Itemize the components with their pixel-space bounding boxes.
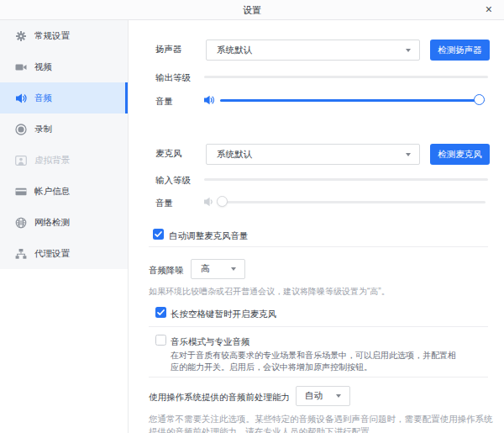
- sidebar-item-label: 视频: [34, 61, 52, 73]
- speaker-volume-fill: [220, 99, 479, 102]
- os-audio-processing-label: 使用操作系统提供的音频前处理能力: [149, 392, 290, 404]
- microphone-device-select[interactable]: 系统默认: [206, 144, 420, 165]
- sidebar-item-video[interactable]: 视频: [0, 51, 128, 82]
- sidebar-item-label: 音频: [34, 92, 52, 104]
- input-level-meter: [204, 178, 488, 181]
- section-divider: [149, 246, 488, 247]
- virtual-background-icon: [15, 155, 27, 166]
- noise-reduction-hint: 如果环境比较嘈杂或召开普通会议，建议将降噪等级设置为“高”。: [149, 286, 390, 298]
- sidebar-item-network-test[interactable]: 网络检测: [0, 207, 128, 238]
- video-camera-icon: [15, 61, 27, 73]
- settings-dialog: 设置 × 常规设置 视频 音频 录制: [0, 0, 504, 433]
- sidebar-item-audio[interactable]: 音频: [0, 82, 128, 114]
- input-level-label: 输入等级: [155, 175, 191, 187]
- microphone-volume-handle[interactable]: [217, 196, 228, 207]
- noise-reduction-select[interactable]: 高: [191, 259, 245, 279]
- microphone-volume-slider[interactable]: [220, 201, 486, 203]
- auto-adjust-mic-label: 自动调整麦克风音量: [169, 230, 249, 242]
- sidebar-divider: [128, 20, 129, 433]
- sidebar-item-virtual-background[interactable]: 虚拟背景: [0, 145, 128, 176]
- microphone-device-value: 系统默认: [207, 149, 252, 161]
- dialog-title: 设置: [0, 0, 504, 20]
- os-audio-processing-value: 自动: [297, 390, 323, 402]
- test-speaker-button[interactable]: 检测扬声器: [430, 40, 490, 61]
- speaker-device-select[interactable]: 系统默认: [206, 40, 420, 61]
- volume-muted-icon: [203, 196, 216, 208]
- microphone-label: 麦克风: [155, 148, 182, 160]
- volume-on-icon: [203, 94, 216, 106]
- speaker-label: 扬声器: [155, 44, 182, 55]
- proxy-tree-icon: [15, 248, 27, 260]
- output-level-meter: [204, 76, 488, 78]
- noise-reduction-value: 高: [192, 263, 210, 275]
- record-icon: [15, 124, 27, 135]
- sidebar-item-label: 录制: [34, 124, 52, 135]
- sidebar-item-proxy[interactable]: 代理设置: [0, 238, 128, 269]
- chevron-down-icon: [336, 394, 341, 398]
- sidebar-item-label: 常规设置: [34, 30, 70, 42]
- speaker-volume-handle[interactable]: [474, 94, 485, 105]
- section-divider: [149, 326, 488, 327]
- music-mode-description: 在对于音质有较高要求的专业场景和音乐场景中，可以启用此选项，并配置相应的能力开关…: [171, 350, 456, 372]
- account-card-icon: [15, 186, 27, 198]
- sidebar-item-label: 虚拟背景: [34, 155, 70, 166]
- music-mode-label: 音乐模式与专业音频: [171, 336, 250, 348]
- push-to-talk-label: 长按空格键暂时开启麦克风: [171, 309, 276, 320]
- chevron-down-icon: [231, 267, 236, 271]
- close-icon[interactable]: ×: [483, 0, 495, 20]
- auto-adjust-mic-checkbox[interactable]: [153, 229, 164, 240]
- sidebar-item-account-info[interactable]: 帐户信息: [0, 176, 128, 207]
- chevron-down-icon: [406, 153, 411, 156]
- music-mode-checkbox[interactable]: [155, 335, 166, 346]
- sidebar-item-general[interactable]: 常规设置: [0, 20, 128, 51]
- noise-reduction-label: 音频降噪: [149, 265, 184, 277]
- section-divider: [149, 377, 488, 378]
- sidebar-item-label: 网络检测: [34, 217, 70, 229]
- gear-icon: [15, 30, 27, 42]
- sidebar-item-recording[interactable]: 录制: [0, 114, 128, 145]
- globe-icon: [15, 217, 27, 229]
- speaker-icon: [15, 92, 27, 104]
- os-audio-processing-hint: 您通常不需要关注此选项。某些特定的音频设备遇到声音问题时，需要配置使用操作系统提…: [149, 413, 493, 433]
- os-audio-processing-select[interactable]: 自动: [296, 386, 350, 406]
- check-icon: [153, 229, 164, 240]
- sidebar-item-label: 代理设置: [34, 248, 70, 260]
- sidebar-item-label: 帐户信息: [34, 186, 70, 198]
- speaker-device-value: 系统默认: [207, 45, 252, 56]
- speaker-volume-label: 音量: [155, 96, 173, 108]
- sidebar: 常规设置 视频 音频 录制 虚拟背景: [0, 20, 128, 269]
- title-bar: 设置 ×: [0, 0, 504, 20]
- test-microphone-button[interactable]: 检测麦克风: [430, 144, 490, 165]
- output-level-label: 输出等级: [155, 72, 191, 84]
- chevron-down-icon: [406, 49, 411, 52]
- push-to-talk-checkbox[interactable]: [155, 307, 166, 318]
- microphone-volume-label: 音量: [155, 198, 173, 209]
- check-icon: [155, 307, 166, 318]
